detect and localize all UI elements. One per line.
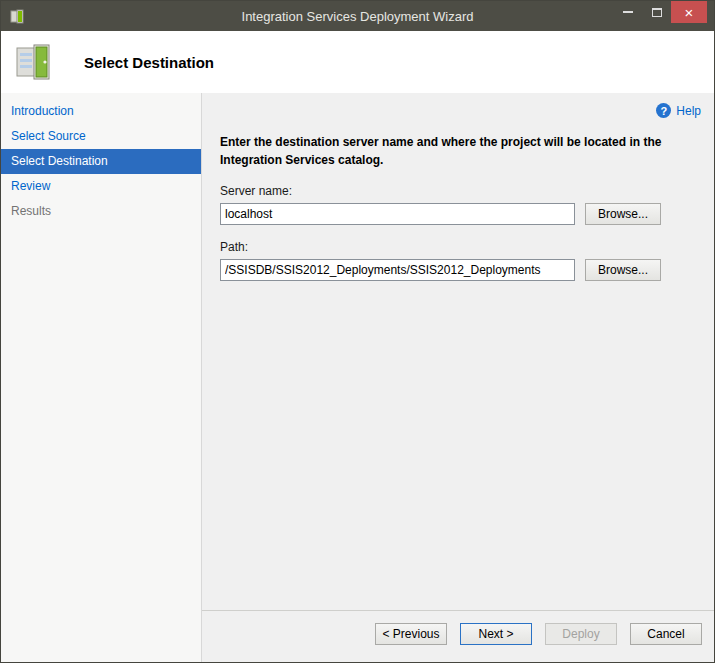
maximize-icon: [652, 8, 662, 17]
app-icon: [10, 8, 26, 24]
server-name-row: Browse...: [220, 203, 714, 225]
path-input[interactable]: [220, 259, 575, 281]
main-panel: ? Help Enter the destination server name…: [201, 93, 714, 662]
window-controls: ×: [613, 1, 707, 23]
sidebar-item-introduction[interactable]: Introduction: [1, 99, 201, 124]
sidebar-item-select-source[interactable]: Select Source: [1, 124, 201, 149]
server-name-input[interactable]: [220, 203, 575, 225]
wizard-body: Introduction Select Source Select Destin…: [1, 93, 714, 662]
close-button[interactable]: ×: [671, 1, 707, 23]
minimize-icon: [623, 11, 633, 13]
page-title: Select Destination: [84, 54, 214, 71]
wizard-footer: < Previous Next > Deploy Cancel: [202, 610, 714, 662]
help-row: ? Help: [202, 93, 714, 118]
maximize-button[interactable]: [642, 1, 671, 23]
server-browse-button[interactable]: Browse...: [585, 203, 661, 225]
sidebar-item-select-destination[interactable]: Select Destination: [1, 149, 201, 174]
path-browse-button[interactable]: Browse...: [585, 259, 661, 281]
help-icon[interactable]: ?: [656, 103, 671, 118]
sidebar-item-review[interactable]: Review: [1, 174, 201, 199]
next-button[interactable]: Next >: [460, 623, 532, 645]
close-icon: ×: [685, 5, 694, 20]
destination-form: Enter the destination server name and wh…: [202, 118, 714, 281]
server-name-label: Server name:: [220, 184, 714, 198]
help-link[interactable]: Help: [676, 104, 701, 118]
sidebar-item-results: Results: [1, 199, 201, 224]
wizard-icon: [14, 39, 60, 85]
path-label: Path:: [220, 240, 714, 254]
minimize-button[interactable]: [613, 1, 642, 23]
previous-button[interactable]: < Previous: [375, 623, 447, 645]
instruction-text: Enter the destination server name and wh…: [220, 133, 712, 169]
titlebar: Integration Services Deployment Wizard ×: [1, 1, 714, 31]
path-row: Browse...: [220, 259, 714, 281]
wizard-window: Integration Services Deployment Wizard ×…: [0, 0, 715, 663]
step-sidebar: Introduction Select Source Select Destin…: [1, 93, 201, 662]
window-title: Integration Services Deployment Wizard: [1, 9, 714, 24]
deploy-button: Deploy: [545, 623, 617, 645]
cancel-button[interactable]: Cancel: [630, 623, 702, 645]
page-header: Select Destination: [1, 31, 714, 93]
